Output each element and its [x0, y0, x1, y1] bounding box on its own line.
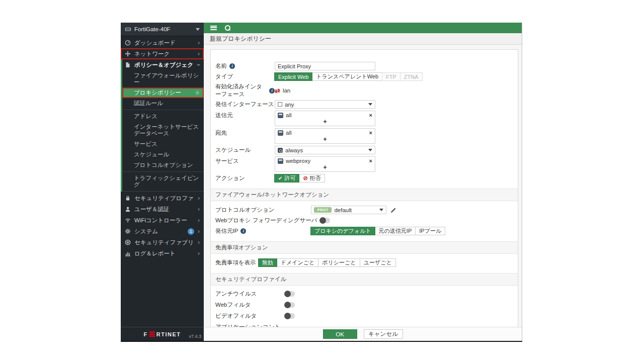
- remove-icon[interactable]: ×: [369, 130, 372, 136]
- info-icon[interactable]: i: [229, 63, 235, 69]
- videofilter-toggle[interactable]: [285, 313, 295, 319]
- source-ip-label: 発信元IP: [215, 227, 238, 235]
- check-icon: ✔: [278, 175, 282, 181]
- type-option-ftp: FTP: [382, 72, 400, 81]
- schedule-label: スケジュール: [215, 146, 251, 154]
- sidebar-item-wifi-controller[interactable]: WiFiコントローラー ›: [121, 215, 204, 226]
- info-icon[interactable]: i: [269, 88, 275, 94]
- chevron-right-icon: ›: [198, 195, 200, 201]
- sidebar-item-network[interactable]: ネットワーク ›: [121, 48, 204, 59]
- interface-icon: [278, 102, 282, 107]
- sidebar-item-addresses[interactable]: アドレス: [122, 111, 204, 122]
- source-ip-original[interactable]: 元の送信元IP: [375, 227, 416, 235]
- screenshot-canvas: FortiGate-40F ダッシュボード › ネットワーク ›: [0, 0, 644, 362]
- main-area: 新規プロキシポリシー 名前i タイプ Explicit Web トランスペアレン…: [204, 23, 522, 341]
- sidebar-item-security-fabric[interactable]: セキュリティファブリック ›: [121, 237, 204, 248]
- videofilter-label: ビデオフィルタ: [215, 312, 257, 320]
- destination-value: all: [286, 130, 292, 136]
- source-ip-pool[interactable]: IPプール: [415, 227, 445, 235]
- info-icon[interactable]: i: [240, 228, 246, 234]
- sidebar-item-users-auth[interactable]: ユーザ＆認証 ›: [121, 204, 204, 215]
- disclaimer-by-policy[interactable]: ポリシーごと: [318, 258, 360, 267]
- web-proxy-forwarding-toggle[interactable]: [320, 218, 330, 223]
- sidebar-item-system[interactable]: システム 1 ›: [121, 226, 204, 237]
- service-row: サービス webproxy × +: [215, 156, 513, 172]
- schedule-select[interactable]: always: [275, 146, 375, 154]
- fortinet-logo-left: F: [144, 331, 148, 337]
- destination-entry-box: all × +: [275, 128, 375, 144]
- fabric-globe-icon: [125, 239, 131, 245]
- antivirus-label: アンチウイルス: [215, 290, 257, 298]
- outgoing-interface-row: 発信インターフェース any: [215, 100, 513, 109]
- edit-pencil-icon[interactable]: [390, 207, 396, 213]
- enabled-interface-row: 有効化済みインターフェースi ⇄ lan: [215, 83, 513, 98]
- protocol-options-select[interactable]: PROT default: [311, 206, 386, 214]
- destination-row: 宛先 all × +: [215, 128, 513, 144]
- shuffle-arrows-icon: ⇄: [275, 87, 280, 94]
- device-selector[interactable]: FortiGate-40F: [121, 23, 204, 36]
- sidebar-item-log-report[interactable]: ログ＆レポート ›: [121, 248, 204, 259]
- policy-form-card: 名前i タイプ Explicit Web トランスペアレントWeb FTP ZT…: [210, 49, 518, 327]
- sidebar-item-firewall-policy[interactable]: ファイアウォールポリシー: [122, 70, 204, 87]
- type-segmented-control: Explicit Web トランスペアレントWeb FTP ZTNA: [275, 72, 423, 81]
- sidebar-item-auth-rules[interactable]: 認証ルール: [122, 98, 204, 109]
- sidebar-item-traffic-shaping[interactable]: トラフィックシェイピング: [122, 173, 204, 190]
- chevron-down-icon: [196, 28, 200, 31]
- schedule-value: always: [285, 147, 303, 153]
- source-value: all: [286, 112, 292, 118]
- disclaimer-by-domain[interactable]: ドメインごと: [277, 258, 319, 267]
- sidebar-item-protocol-options[interactable]: プロトコルオプション: [122, 160, 204, 170]
- destination-label: 宛先: [215, 129, 227, 137]
- add-service-button[interactable]: +: [275, 165, 375, 171]
- type-option-transparent-web[interactable]: トランスペアレントWeb: [312, 72, 382, 81]
- action-row: アクション ✔許可 ⊘拒否: [215, 174, 513, 183]
- add-destination-button[interactable]: +: [275, 137, 375, 143]
- sidebar-item-schedules[interactable]: スケジュール: [122, 149, 204, 160]
- action-deny-button[interactable]: ⊘拒否: [299, 174, 325, 183]
- sidebar-item-isdb[interactable]: インターネットサービスデータベース: [122, 122, 204, 139]
- disclaimer-disable[interactable]: 無効: [258, 258, 277, 267]
- name-input[interactable]: [275, 62, 375, 70]
- search-icon[interactable]: [225, 25, 230, 31]
- appcontrol-row: アプリケーションコントロール: [215, 323, 513, 327]
- sidebar-footer: F RTINET v7.4.3: [121, 327, 204, 341]
- enabled-interface-label: 有効化済みインターフェース: [215, 83, 267, 98]
- ok-button[interactable]: OK: [323, 329, 357, 339]
- deny-icon: ⊘: [303, 175, 307, 182]
- antivirus-toggle[interactable]: [285, 291, 295, 297]
- fortinet-logo-right: RTINET: [156, 331, 181, 337]
- remove-icon[interactable]: ×: [369, 113, 372, 118]
- disclaimer-segmented-control: 無効 ドメインごと ポリシーごと ユーザごと: [259, 258, 396, 267]
- type-option-explicit-web[interactable]: Explicit Web: [274, 72, 312, 81]
- service-object-icon: [278, 158, 283, 164]
- action-segmented-control: ✔許可 ⊘拒否: [275, 174, 325, 183]
- add-source-button[interactable]: +: [275, 119, 375, 126]
- cancel-button[interactable]: キャンセル: [364, 329, 403, 339]
- sidebar-item-security-profiles[interactable]: セキュリティプロファイル ›: [121, 193, 204, 204]
- hamburger-menu-icon[interactable]: [210, 26, 217, 30]
- action-accept-button[interactable]: ✔許可: [274, 174, 299, 183]
- webfilter-label: Webフィルタ: [215, 301, 251, 309]
- source-ip-segmented-control: プロキシのデフォルト 元の送信元IP IPプール: [311, 227, 445, 235]
- outgoing-interface-value: any: [285, 102, 294, 108]
- source-ip-proxy-default[interactable]: プロキシのデフォルト: [310, 227, 375, 235]
- protocol-options-label: プロトコルオプション: [215, 206, 275, 214]
- sidebar-item-proxy-policy[interactable]: プロキシポリシー ☆: [122, 87, 204, 98]
- chevron-right-icon: ›: [198, 51, 200, 57]
- form-footer: OK キャンセル: [204, 327, 522, 341]
- webfilter-toggle[interactable]: [285, 302, 295, 308]
- outgoing-interface-select[interactable]: any: [275, 100, 375, 109]
- type-option-ztna: ZTNA: [400, 72, 423, 81]
- disclaimer-by-user[interactable]: ユーザごと: [360, 258, 396, 267]
- gauge-icon: [125, 40, 131, 46]
- sidebar-item-policy-objects[interactable]: ポリシー＆オブジェクト ›: [122, 59, 204, 70]
- sidebar-item-services[interactable]: サービス: [122, 139, 204, 149]
- source-entry-box: all × +: [275, 111, 375, 126]
- remove-icon[interactable]: ×: [369, 158, 372, 164]
- bar-chart-icon: [125, 250, 131, 256]
- prot-badge: PROT: [314, 207, 332, 213]
- sidebar-item-dashboard[interactable]: ダッシュボード ›: [121, 37, 204, 48]
- star-icon[interactable]: ☆: [195, 89, 200, 96]
- chevron-right-icon: ›: [198, 217, 200, 223]
- name-row: 名前i: [215, 62, 513, 70]
